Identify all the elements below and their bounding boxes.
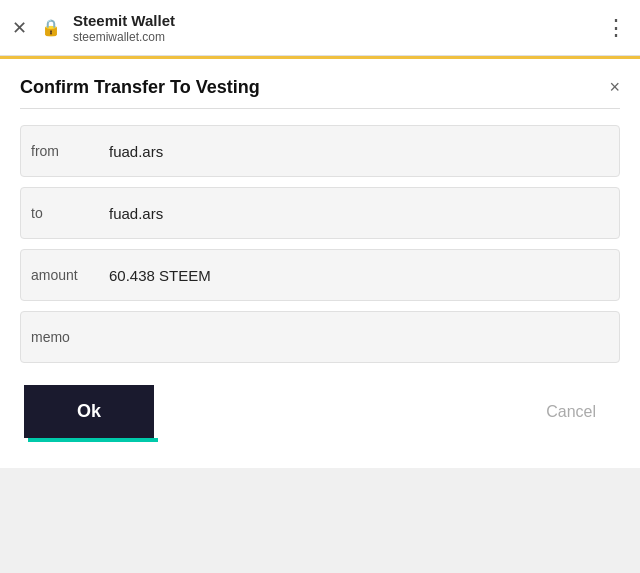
from-value: fuad.ars: [101, 143, 609, 160]
dialog: Confirm Transfer To Vesting × from fuad.…: [20, 77, 620, 448]
browser-chrome: ✕ 🔒 Steemit Wallet steemiwallet.com ⋮: [0, 0, 640, 56]
lock-icon: 🔒: [41, 18, 61, 37]
from-row: from fuad.ars: [20, 125, 620, 177]
dialog-close-icon[interactable]: ×: [609, 77, 620, 98]
browser-title: Steemit Wallet: [73, 12, 595, 30]
amount-value: 60.438 STEEM: [101, 267, 609, 284]
browser-close-icon[interactable]: ✕: [12, 17, 27, 39]
memo-label: memo: [31, 329, 101, 345]
form-rows: from fuad.ars to fuad.ars amount 60.438 …: [20, 125, 620, 363]
to-value: fuad.ars: [101, 205, 609, 222]
to-row: to fuad.ars: [20, 187, 620, 239]
browser-title-block: Steemit Wallet steemiwallet.com: [73, 12, 595, 44]
page-content: Confirm Transfer To Vesting × from fuad.…: [0, 59, 640, 468]
browser-menu-icon[interactable]: ⋮: [605, 15, 628, 41]
memo-value: [101, 329, 609, 346]
amount-row: amount 60.438 STEEM: [20, 249, 620, 301]
dialog-header: Confirm Transfer To Vesting ×: [20, 77, 620, 109]
amount-label: amount: [31, 267, 101, 283]
to-label: to: [31, 205, 101, 221]
from-label: from: [31, 143, 101, 159]
button-row: Ok Cancel: [20, 385, 620, 438]
dialog-title: Confirm Transfer To Vesting: [20, 77, 260, 98]
cancel-button[interactable]: Cancel: [526, 393, 616, 431]
memo-row: memo: [20, 311, 620, 363]
ok-button[interactable]: Ok: [24, 385, 154, 438]
browser-url: steemiwallet.com: [73, 30, 595, 44]
